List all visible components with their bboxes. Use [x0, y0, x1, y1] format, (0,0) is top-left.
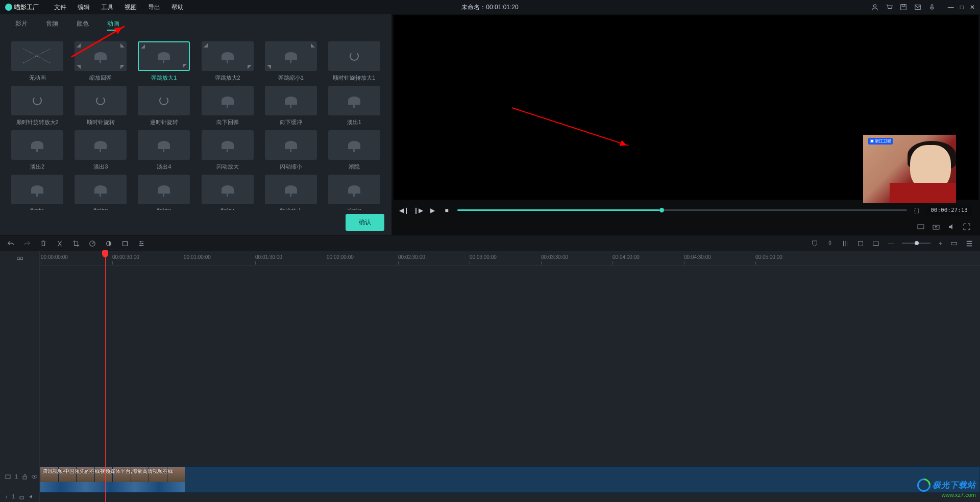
preview-timecode: 00:00:27:13 [926, 205, 972, 216]
delete-icon[interactable] [40, 240, 47, 247]
menu-file[interactable]: 文件 [54, 3, 66, 12]
menu-help[interactable]: 帮助 [172, 3, 184, 12]
eye-icon[interactable] [32, 474, 37, 480]
speaker-icon[interactable] [29, 494, 34, 499]
render-icon[interactable] [872, 240, 879, 247]
voiceover-icon[interactable] [826, 240, 834, 247]
split-icon[interactable] [56, 240, 63, 247]
cart-icon[interactable] [886, 4, 893, 11]
logo-icon [5, 4, 12, 11]
color-icon[interactable] [105, 240, 112, 247]
lock-icon[interactable] [19, 494, 24, 499]
effect-item[interactable]: 弹跳缩小1 [262, 41, 320, 82]
effect-item[interactable]: 淡出3 [71, 130, 130, 171]
lock-icon[interactable] [22, 474, 28, 480]
confirm-button[interactable]: 确认 [346, 214, 384, 231]
user-icon[interactable] [871, 4, 878, 11]
audio-track-header: ♪ 1 [0, 490, 39, 502]
add-track-icon[interactable] [16, 255, 23, 262]
marker-icon[interactable] [857, 240, 864, 247]
seek-bar[interactable] [457, 209, 907, 211]
svg-rect-10 [123, 241, 128, 246]
menu-tools[interactable]: 工具 [101, 3, 113, 12]
svg-point-11 [140, 241, 141, 243]
timeline-body[interactable]: 00:00:00:00 00:00:30:00 00:01:00:00 00:0… [40, 251, 980, 502]
property-tabs: 影片 音频 颜色 动画 [0, 14, 391, 36]
video-clip[interactable]: 腾讯视频-中国领先的在线视频媒体平台,海量高清视频在线 [40, 467, 185, 492]
stop-button[interactable]: ■ [443, 207, 450, 214]
effect-item[interactable]: 闪动缩小 [262, 130, 320, 171]
snapshot-icon[interactable] [932, 223, 940, 231]
menu-export[interactable]: 导出 [148, 3, 160, 12]
effect-label: 向下缓冲 [280, 118, 302, 126]
playhead[interactable] [105, 251, 106, 502]
minimize-button[interactable]: — [948, 4, 954, 11]
mic-icon[interactable] [928, 4, 936, 11]
effect-item[interactable]: 闪动放大 [198, 130, 256, 171]
adjust-icon[interactable] [138, 240, 145, 247]
empty-track-area[interactable] [40, 266, 980, 466]
effect-item[interactable]: 翻转1 [8, 175, 66, 210]
effect-item[interactable]: 顺时针旋转放大2 [8, 86, 66, 126]
effect-item[interactable]: 翻滚放大 [262, 175, 320, 210]
time-ruler[interactable]: 00:00:00:00 00:00:30:00 00:01:00:00 00:0… [40, 251, 980, 266]
maximize-button[interactable]: □ [960, 4, 964, 11]
effect-item-selected[interactable]: 弹跳放大1 [135, 41, 193, 82]
save-icon[interactable] [900, 4, 907, 11]
speed-icon[interactable] [89, 240, 96, 247]
menu-edit[interactable]: 编辑 [78, 3, 90, 12]
effect-item[interactable]: 淡出4 [135, 130, 193, 171]
effect-item[interactable]: 淡出1 [325, 86, 383, 126]
effect-item[interactable]: 顺时针旋转放大1 [325, 41, 383, 82]
ruler-tick: 00:00:30:00 [112, 254, 139, 260]
tab-color[interactable]: 颜色 [77, 19, 89, 31]
ruler-tick: 00:03:30:00 [541, 254, 568, 260]
manage-tracks-icon[interactable] [966, 240, 973, 247]
tab-video[interactable]: 影片 [15, 19, 28, 31]
tab-audio[interactable]: 音频 [46, 19, 58, 31]
crop-icon[interactable] [72, 240, 80, 247]
effect-item[interactable]: 缩放回弹 [71, 41, 130, 82]
detach-icon[interactable] [917, 223, 925, 231]
undo-icon[interactable] [7, 240, 14, 247]
zoom-slider[interactable] [902, 243, 930, 244]
effect-item[interactable]: 无动画 [8, 41, 66, 82]
svg-point-13 [140, 245, 141, 246]
preview-panel: ▣ 浙江卫视 ◀❙ ❙▶ ▶ ■ { } 00:00:27:13 [392, 14, 980, 235]
greenscreen-icon[interactable] [121, 240, 129, 247]
effect-item[interactable]: 逆时针旋转 [135, 86, 193, 126]
close-button[interactable]: ✕ [970, 4, 975, 11]
ruler-tick: 00:00:00:00 [41, 254, 68, 260]
effect-label: 向下回弹 [216, 118, 239, 126]
effects-grid: 无动画 缩放回弹 弹跳放大1 弹跳放大2 弹跳缩小1 顺时针旋转放大1 顺时针旋… [0, 36, 391, 210]
mixer-icon[interactable] [842, 240, 849, 247]
logo-text: 喵影工厂 [14, 3, 39, 12]
confirm-bar: 确认 [0, 210, 391, 235]
effect-item[interactable]: 弹跳放大2 [198, 41, 256, 82]
effect-item[interactable]: 向下缓冲 [262, 86, 320, 126]
effect-item[interactable]: 翻转2 [71, 175, 130, 210]
effect-item[interactable]: 淅隐 [325, 130, 383, 171]
menu-view[interactable]: 视图 [125, 3, 137, 12]
marker-shield-icon[interactable] [811, 240, 818, 247]
effect-item[interactable]: 翻转4 [198, 175, 256, 210]
fullscreen-icon[interactable] [963, 223, 971, 231]
audio-track[interactable] [40, 493, 980, 502]
volume-icon[interactable] [947, 223, 955, 231]
project-title: 未命名：00:01:01:20 [461, 3, 518, 12]
next-frame-button[interactable]: ❙▶ [414, 207, 422, 214]
watermark-url: www.xz7.com [942, 492, 976, 498]
effect-item[interactable]: 缩放2 [325, 175, 383, 210]
video-track[interactable]: 腾讯视频-中国领先的在线视频媒体平台,海量高清视频在线 [40, 466, 980, 493]
effect-label: 逆时针旋转 [150, 118, 178, 126]
zoom-fit-icon[interactable] [950, 240, 958, 247]
mail-icon[interactable] [914, 4, 921, 11]
prev-frame-button[interactable]: ◀❙ [400, 207, 407, 214]
effect-item[interactable]: 淡出2 [8, 130, 66, 171]
effect-item[interactable]: 顺时针旋转 [71, 86, 130, 126]
play-button[interactable]: ▶ [429, 207, 436, 214]
effect-label: 淡出3 [93, 163, 108, 171]
effect-item[interactable]: 翻转3 [135, 175, 193, 210]
effect-item[interactable]: 向下回弹 [198, 86, 256, 126]
redo-icon[interactable] [23, 240, 31, 247]
